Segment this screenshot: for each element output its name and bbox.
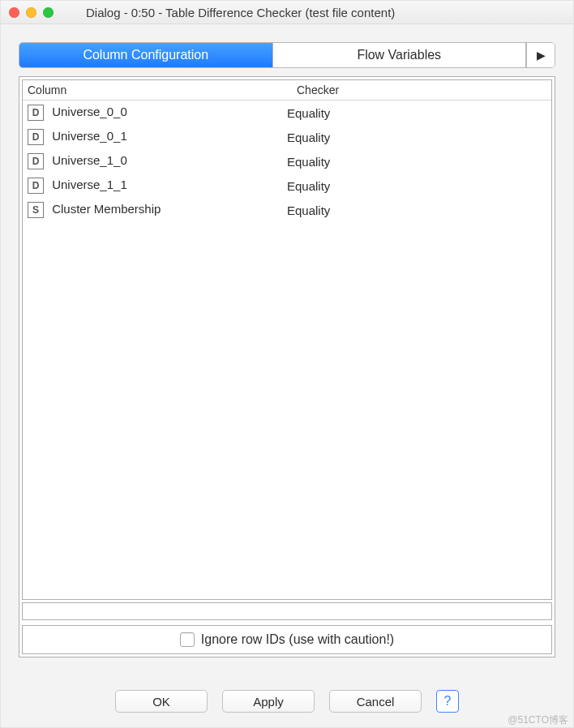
checker-value: Equality bbox=[287, 131, 546, 144]
traffic-lights bbox=[9, 7, 54, 18]
column-name: Universe_1_1 bbox=[52, 178, 127, 191]
checker-value: Equality bbox=[287, 155, 546, 169]
tab-flow-variables[interactable]: Flow Variables bbox=[273, 43, 527, 67]
checker-value: Equality bbox=[287, 203, 546, 217]
dialog-window: Dialog - 0:50 - Table Difference Checker… bbox=[0, 0, 574, 728]
watermark: @51CTO博客 bbox=[508, 713, 568, 727]
checker-value: Equality bbox=[287, 106, 546, 120]
double-type-icon: D bbox=[28, 178, 44, 194]
ok-button[interactable]: OK bbox=[115, 690, 208, 713]
header-column[interactable]: Column bbox=[23, 80, 292, 100]
config-panel: Column Checker D Universe_0_0 Equality D… bbox=[19, 76, 555, 657]
string-type-icon: S bbox=[28, 202, 44, 218]
dialog-button-row: OK Apply Cancel ? bbox=[1, 690, 573, 713]
minimize-window-button[interactable] bbox=[26, 7, 36, 18]
window-title: Dialog - 0:50 - Table Difference Checker… bbox=[54, 6, 573, 19]
apply-button[interactable]: Apply bbox=[222, 690, 315, 713]
help-icon: ? bbox=[444, 694, 452, 709]
table-row[interactable]: D Universe_1_0 Equality bbox=[23, 149, 551, 173]
titlebar: Dialog - 0:50 - Table Difference Checker… bbox=[1, 1, 573, 24]
double-type-icon: D bbox=[28, 129, 44, 145]
double-type-icon: D bbox=[28, 105, 44, 121]
column-name: Universe_0_1 bbox=[52, 129, 127, 143]
table-row[interactable]: D Universe_1_1 Equality bbox=[23, 173, 551, 198]
ignore-rowids-row: Ignore row IDs (use with caution!) bbox=[22, 625, 552, 654]
status-bar bbox=[22, 602, 552, 620]
cancel-button[interactable]: Cancel bbox=[329, 690, 422, 713]
help-button[interactable]: ? bbox=[436, 690, 459, 713]
table-row[interactable]: D Universe_0_1 Equality bbox=[23, 125, 551, 149]
tab-bar: Column Configuration Flow Variables ▶ bbox=[19, 42, 555, 68]
checker-value: Equality bbox=[287, 179, 546, 193]
content-area: Column Configuration Flow Variables ▶ Co… bbox=[1, 24, 573, 667]
ignore-rowids-label: Ignore row IDs (use with caution!) bbox=[201, 632, 394, 647]
ignore-rowids-checkbox[interactable] bbox=[180, 632, 195, 647]
table-row[interactable]: S Cluster Membership Equality bbox=[23, 198, 551, 222]
column-name: Universe_0_0 bbox=[52, 105, 127, 118]
tab-column-configuration[interactable]: Column Configuration bbox=[19, 43, 273, 67]
table-header: Column Checker bbox=[23, 80, 551, 101]
column-name: Cluster Membership bbox=[52, 202, 161, 216]
chevron-right-icon: ▶ bbox=[537, 49, 546, 62]
close-window-button[interactable] bbox=[9, 7, 19, 18]
double-type-icon: D bbox=[28, 153, 44, 169]
header-checker[interactable]: Checker bbox=[292, 80, 551, 100]
tab-overflow-button[interactable]: ▶ bbox=[526, 43, 555, 67]
zoom-window-button[interactable] bbox=[43, 7, 54, 18]
column-table[interactable]: Column Checker D Universe_0_0 Equality D… bbox=[22, 79, 552, 600]
table-row[interactable]: D Universe_0_0 Equality bbox=[23, 101, 551, 125]
column-name: Universe_1_0 bbox=[52, 153, 127, 167]
